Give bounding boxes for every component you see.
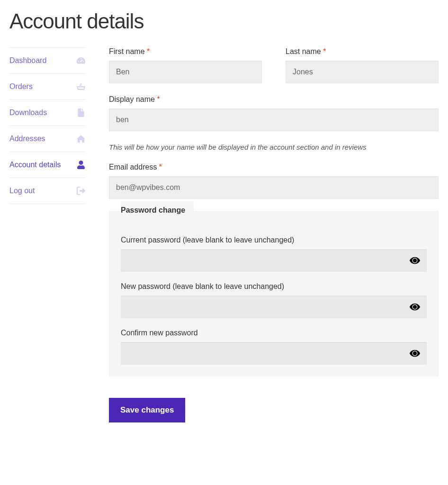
required-mark: * <box>147 47 150 55</box>
first-name-input[interactable] <box>109 61 262 83</box>
required-mark: * <box>159 163 162 171</box>
current-password-input[interactable] <box>121 249 427 272</box>
confirm-password-input[interactable] <box>121 342 427 365</box>
required-mark: * <box>323 47 326 55</box>
sidebar-item-account-details[interactable]: Account details <box>9 152 85 178</box>
save-button[interactable]: Save changes <box>109 398 185 422</box>
home-icon <box>77 135 85 143</box>
user-icon <box>77 161 85 169</box>
eye-icon[interactable] <box>410 302 420 312</box>
new-password-input[interactable] <box>121 296 427 318</box>
new-password-label: New password (leave blank to leave uncha… <box>121 282 427 291</box>
sidebar-item-dashboard[interactable]: Dashboard <box>9 47 85 73</box>
email-input[interactable] <box>109 176 439 199</box>
basket-icon <box>77 82 85 91</box>
email-label: Email address * <box>109 163 439 171</box>
sidebar-item-downloads[interactable]: Downloads <box>9 99 85 126</box>
display-name-help: This will be how your name will be displ… <box>109 143 439 151</box>
sidebar-item-orders[interactable]: Orders <box>9 73 85 99</box>
sidebar-item-label: Log out <box>9 187 35 195</box>
eye-icon[interactable] <box>410 348 420 359</box>
eye-icon[interactable] <box>410 255 420 266</box>
current-password-label: Current password (leave blank to leave u… <box>121 236 427 244</box>
password-change-section: Password change Current password (leave … <box>109 211 439 377</box>
last-name-input[interactable] <box>286 61 439 83</box>
logout-icon <box>77 187 85 195</box>
password-change-legend: Password change <box>121 201 194 219</box>
account-nav: Dashboard Orders Downloads Addresses <box>9 47 85 422</box>
file-icon <box>77 108 85 117</box>
sidebar-item-label: Orders <box>9 82 33 91</box>
required-mark: * <box>157 95 160 103</box>
dashboard-icon <box>77 56 85 65</box>
sidebar-item-label: Downloads <box>9 108 47 117</box>
first-name-label: First name * <box>109 47 262 56</box>
sidebar-item-logout[interactable]: Log out <box>9 178 85 204</box>
sidebar-item-label: Account details <box>9 161 61 169</box>
account-details-form: First name * Last name * Display name * … <box>109 47 439 422</box>
last-name-label: Last name * <box>286 47 439 56</box>
confirm-password-label: Confirm new password <box>121 329 427 337</box>
sidebar-item-label: Addresses <box>9 135 45 143</box>
page-title: Account details <box>9 9 439 33</box>
sidebar-item-addresses[interactable]: Addresses <box>9 126 85 152</box>
display-name-label: Display name * <box>109 95 439 104</box>
sidebar-item-label: Dashboard <box>9 56 46 65</box>
display-name-input[interactable] <box>109 108 439 131</box>
